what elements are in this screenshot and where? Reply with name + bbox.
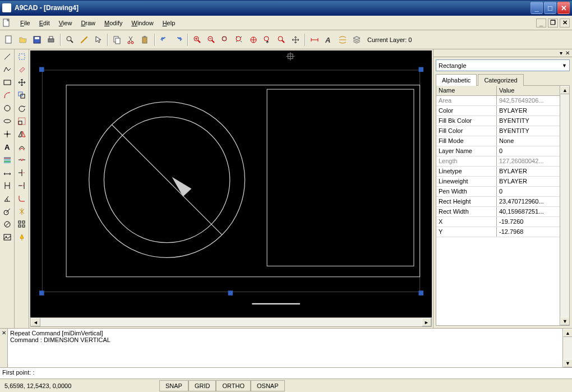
horizontal-scrollbar[interactable]: ◄ ► [30, 317, 432, 327]
property-value[interactable]: BYLAYER [497, 177, 560, 186]
menu-window[interactable]: Window [127, 18, 158, 28]
save-button[interactable] [30, 33, 44, 47]
pick-button[interactable] [91, 33, 105, 47]
property-row[interactable]: Fill Bk ColorBYENTITY [436, 116, 560, 126]
print-button[interactable] [44, 33, 58, 47]
tab-categorized[interactable]: Categorized [478, 74, 523, 86]
rectangle-tool[interactable] [1, 76, 13, 89]
panel-close-button[interactable]: ✕ [564, 50, 571, 57]
scroll-down-button[interactable]: ▼ [563, 359, 572, 367]
osnap-toggle[interactable]: OSNAP [251, 380, 285, 391]
command-history[interactable]: Repeat Command [miDimVertical] Command :… [8, 329, 562, 367]
offset-tool[interactable] [16, 141, 28, 153]
property-value[interactable]: None [497, 136, 560, 146]
mdi-close-button[interactable]: ✕ [560, 19, 570, 27]
dimension-button[interactable] [308, 33, 321, 47]
scroll-down-button[interactable]: ▼ [560, 317, 570, 325]
property-row[interactable]: Fill ModeNone [436, 136, 560, 146]
scroll-up-button[interactable]: ▲ [560, 86, 570, 94]
paste-button[interactable] [139, 33, 152, 47]
copy-object-tool[interactable] [16, 89, 28, 102]
minimize-button[interactable]: _ [531, 2, 543, 14]
menu-edit[interactable]: Edit [35, 18, 54, 28]
zoom-extents-button[interactable] [233, 33, 246, 47]
header-value[interactable]: Value [497, 86, 560, 95]
property-value[interactable]: 23,470712960... [497, 197, 560, 206]
properties-tool[interactable] [16, 231, 28, 243]
move-tool[interactable] [16, 76, 28, 89]
point-tool[interactable] [1, 128, 13, 140]
dim-vertical-tool[interactable] [1, 179, 13, 192]
property-value[interactable]: -19.7260 [497, 217, 560, 227]
erase-tool[interactable] [16, 63, 28, 76]
panel-pin-button[interactable]: ▾ [557, 50, 564, 57]
object-type-selector[interactable]: Rectangle ▼ [436, 59, 570, 71]
menu-modify[interactable]: Modify [100, 18, 127, 28]
image-tool[interactable] [1, 231, 13, 243]
cut-button[interactable] [124, 33, 138, 47]
layers-button[interactable] [350, 33, 363, 47]
command-scrollbar[interactable]: ▲ ▼ [562, 329, 572, 367]
property-value[interactable]: BYLAYER [497, 106, 560, 116]
property-row[interactable]: Area942,57649206... [436, 96, 560, 106]
drawing-canvas[interactable] [30, 50, 432, 317]
rotate-tool[interactable] [16, 102, 28, 114]
hatch-tool[interactable] [1, 154, 13, 166]
circle-tool[interactable] [1, 102, 13, 114]
zoom-fit-button[interactable] [63, 33, 77, 47]
property-value[interactable]: 0 [497, 187, 560, 196]
arc-tool[interactable] [1, 89, 13, 102]
open-button[interactable] [16, 33, 30, 47]
property-row[interactable]: Pen Width0 [436, 187, 560, 197]
break-tool[interactable] [16, 154, 28, 166]
menu-view[interactable]: View [54, 18, 77, 28]
zoom-prev-button[interactable] [261, 33, 274, 47]
dim-radius-tool[interactable] [1, 205, 13, 218]
extend-tool[interactable] [16, 179, 28, 192]
zoom-all-button[interactable] [247, 33, 260, 47]
copy-button[interactable] [110, 33, 124, 47]
dim-linear-tool[interactable] [1, 167, 13, 179]
property-row[interactable]: LineweightBYLAYER [436, 177, 560, 187]
tab-alphabetic[interactable]: Alphabetic [436, 74, 477, 86]
property-row[interactable]: ColorBYLAYER [436, 106, 560, 116]
scroll-left-button[interactable]: ◄ [31, 318, 40, 326]
property-row[interactable]: X-19.7260 [436, 217, 560, 227]
grid-toggle[interactable]: GRID [188, 380, 216, 391]
property-value[interactable]: 0 [497, 146, 560, 156]
mdi-minimize-button[interactable]: _ [536, 19, 546, 27]
zoom-in-button[interactable] [191, 33, 204, 47]
command-close-button[interactable]: ✕ [0, 329, 8, 367]
array-tool[interactable] [16, 218, 28, 230]
menu-draw[interactable]: Draw [76, 18, 100, 28]
property-row[interactable]: LinetypeBYLAYER [436, 167, 560, 177]
grid-scrollbar[interactable]: ▲ ▼ [560, 86, 569, 325]
zoom-out-button[interactable] [205, 33, 218, 47]
mirror-tool[interactable] [16, 128, 28, 140]
property-value[interactable]: 40,159687251... [497, 207, 560, 216]
select-tool[interactable] [16, 50, 28, 63]
snap-toggle[interactable]: SNAP [159, 380, 188, 391]
trim-tool[interactable] [16, 167, 28, 179]
polyline-tool[interactable] [1, 63, 13, 76]
new-button[interactable] [2, 33, 16, 47]
zoom-window-button[interactable] [219, 33, 232, 47]
ortho-toggle[interactable]: ORTHO [216, 380, 251, 391]
scale-tool[interactable] [16, 115, 28, 127]
menu-file[interactable]: File [16, 18, 35, 28]
maximize-button[interactable]: □ [544, 2, 556, 14]
scroll-up-button[interactable]: ▲ [563, 329, 572, 337]
dim-diameter-tool[interactable] [1, 218, 13, 230]
text-tool[interactable]: A [1, 141, 13, 153]
line-tool[interactable] [1, 50, 13, 63]
scroll-right-button[interactable]: ► [422, 318, 431, 326]
undo-button[interactable] [158, 33, 171, 47]
dim-angular-tool[interactable] [1, 192, 13, 205]
linetype-button[interactable] [336, 33, 349, 47]
property-value[interactable]: -12.7968 [497, 227, 560, 237]
menu-help[interactable]: Help [158, 18, 180, 28]
explode-tool[interactable] [16, 205, 28, 218]
property-value[interactable]: BYLAYER [497, 167, 560, 176]
property-value[interactable]: BYENTITY [497, 116, 560, 126]
zoom-realtime-button[interactable] [275, 33, 288, 47]
